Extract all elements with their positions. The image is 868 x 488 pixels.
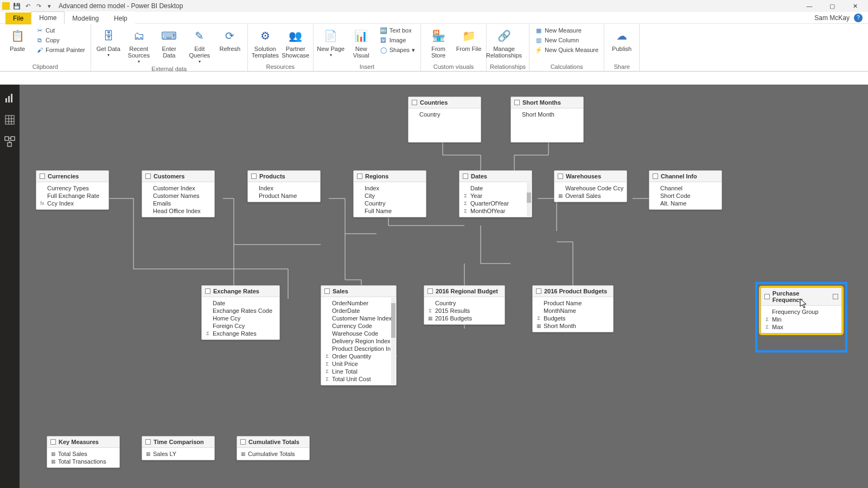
field-item[interactable]: ΣBudgets bbox=[533, 314, 613, 322]
qat-dropdown-icon[interactable]: ▾ bbox=[46, 2, 53, 10]
image-button[interactable]: 🖼Image bbox=[378, 36, 417, 44]
expand-icon[interactable] bbox=[833, 294, 838, 299]
field-item[interactable]: OrderNumber bbox=[321, 299, 396, 307]
table-cumulative-totals[interactable]: Cumulative Totals ▦Cumulative Totals bbox=[237, 436, 310, 460]
field-item[interactable]: OrderDate bbox=[321, 307, 396, 314]
partner-showcase-button[interactable]: 👥Partner Showcase bbox=[282, 25, 310, 59]
field-item[interactable]: Product Description In bbox=[321, 345, 396, 352]
report-view-icon[interactable] bbox=[4, 92, 16, 104]
copy-button[interactable]: ⧉Copy bbox=[34, 36, 87, 44]
help-icon[interactable]: ? bbox=[854, 14, 863, 22]
field-item[interactable]: Customer Index bbox=[142, 184, 214, 192]
new-page-button[interactable]: 📄New Page▾ bbox=[317, 25, 345, 58]
field-item[interactable]: Full Exchange Rate bbox=[36, 192, 108, 200]
new-measure-button[interactable]: ▦New Measure bbox=[533, 26, 601, 35]
text-box-button[interactable]: 🔤Text box bbox=[378, 26, 417, 35]
field-item[interactable]: Delivery Region Index bbox=[321, 337, 396, 345]
field-item[interactable]: Foreign Ccy bbox=[202, 322, 279, 330]
field-item[interactable]: Customer Names bbox=[142, 192, 214, 200]
field-item[interactable]: Home Ccy bbox=[202, 314, 279, 322]
table-customers[interactable]: Customers Customer IndexCustomer NamesEm… bbox=[142, 170, 215, 217]
field-item[interactable]: Index bbox=[248, 184, 320, 192]
field-item[interactable]: ▦Short Month bbox=[533, 322, 613, 330]
field-item[interactable]: ΣMin bbox=[761, 316, 841, 323]
cut-button[interactable]: ✂Cut bbox=[34, 26, 87, 35]
table-products[interactable]: Products IndexProduct Name bbox=[247, 170, 321, 202]
field-item[interactable]: Warehouse Code Ccy bbox=[554, 184, 627, 192]
field-item[interactable]: Short Code bbox=[649, 192, 722, 200]
field-item[interactable]: ΣYear bbox=[459, 192, 532, 200]
field-item[interactable]: Product Name bbox=[533, 299, 613, 307]
field-item[interactable]: ΣMax bbox=[761, 323, 841, 331]
field-item[interactable]: ▦Sales LY bbox=[142, 450, 214, 458]
field-item[interactable]: Date bbox=[202, 299, 279, 307]
field-item[interactable]: ▦Cumulative Totals bbox=[237, 450, 309, 458]
field-item[interactable]: ▦2016 Budgets bbox=[424, 314, 505, 322]
field-item[interactable]: ▦Total Sales bbox=[47, 450, 119, 458]
field-item[interactable]: ▦Total Transactions bbox=[47, 458, 119, 465]
publish-button[interactable]: ☁Publish bbox=[608, 25, 636, 52]
field-item[interactable]: Emails bbox=[142, 200, 214, 207]
save-icon[interactable]: 💾 bbox=[13, 2, 21, 10]
table-dates[interactable]: Dates DateΣYearΣQuarterOfYearΣMonthOfYea… bbox=[459, 170, 532, 217]
field-item[interactable]: Frequency Group bbox=[761, 308, 841, 316]
get-data-button[interactable]: 🗄Get Data▾ bbox=[94, 25, 123, 58]
table-warehouses[interactable]: Warehouses Warehouse Code Ccy▦Overall Sa… bbox=[554, 170, 627, 202]
manage-relationships-button[interactable]: 🔗Manage Relationships bbox=[490, 25, 518, 59]
field-item[interactable]: City bbox=[354, 192, 426, 200]
user-name[interactable]: Sam McKay bbox=[814, 14, 850, 22]
table-purchase-frequency[interactable]: Purchase Frequency Frequency GroupΣMinΣM… bbox=[761, 287, 842, 333]
from-file-button[interactable]: 📁From File bbox=[455, 25, 483, 52]
field-item[interactable]: Alt. Name bbox=[649, 200, 722, 207]
field-item[interactable]: Channel bbox=[649, 184, 722, 192]
table-key-measures[interactable]: Key Measures ▦Total Sales▦Total Transact… bbox=[47, 436, 120, 468]
table-sales[interactable]: Sales OrderNumberOrderDateCustomer Name … bbox=[321, 285, 397, 386]
close-button[interactable]: ✕ bbox=[844, 1, 866, 11]
file-tab[interactable]: File bbox=[5, 12, 31, 24]
help-tab[interactable]: Help bbox=[106, 12, 135, 24]
field-item[interactable]: ΣTotal Unit Cost bbox=[321, 375, 396, 383]
field-item[interactable]: Full Name bbox=[354, 207, 426, 215]
field-item[interactable]: Country bbox=[354, 200, 426, 207]
format-painter-button[interactable]: 🖌Format Painter bbox=[34, 46, 87, 54]
new-quick-measure-button[interactable]: ⚡New Quick Measure bbox=[533, 46, 601, 54]
field-item[interactable]: ▦Overall Sales bbox=[554, 192, 627, 200]
table-time-comparison[interactable]: Time Comparison ▦Sales LY bbox=[142, 436, 215, 460]
maximize-button[interactable]: ▢ bbox=[821, 1, 843, 11]
model-view-icon[interactable] bbox=[4, 136, 16, 147]
data-view-icon[interactable] bbox=[4, 114, 16, 126]
table-currencies[interactable]: Currencies Currency TypesFull Exchange R… bbox=[36, 170, 109, 210]
field-item[interactable]: Exchange Rates Code bbox=[202, 307, 279, 314]
field-item[interactable]: ΣLine Total bbox=[321, 368, 396, 375]
table-product-budgets[interactable]: 2016 Product Budgets Product NameMonthNa… bbox=[532, 285, 614, 332]
field-item[interactable]: ΣMonthOfYear bbox=[459, 207, 532, 215]
field-item[interactable]: Date bbox=[459, 184, 532, 192]
field-item[interactable]: Warehouse Code bbox=[321, 330, 396, 337]
redo-icon[interactable]: ↷ bbox=[35, 2, 42, 10]
undo-icon[interactable]: ↶ bbox=[24, 2, 31, 10]
refresh-button[interactable]: ⟳Refresh bbox=[216, 25, 244, 52]
new-visual-button[interactable]: 📊New Visual bbox=[347, 25, 375, 59]
field-item[interactable]: Customer Name Index bbox=[321, 314, 396, 322]
field-item[interactable]: ΣUnit Price bbox=[321, 360, 396, 368]
enter-data-button[interactable]: ⌨Enter Data bbox=[155, 25, 183, 59]
field-item[interactable]: Σ2015 Results bbox=[424, 307, 505, 314]
field-item[interactable]: Index bbox=[354, 184, 426, 192]
table-exchange-rates[interactable]: Exchange Rates DateExchange Rates CodeHo… bbox=[201, 285, 280, 340]
new-column-button[interactable]: ▥New Column bbox=[533, 36, 601, 44]
table-channel-info[interactable]: Channel Info ChannelShort CodeAlt. Name bbox=[649, 170, 722, 210]
field-item[interactable]: Short Month bbox=[511, 111, 583, 118]
solution-templates-button[interactable]: ⚙Solution Templates bbox=[251, 25, 279, 59]
field-item[interactable]: MonthName bbox=[533, 307, 613, 314]
field-item[interactable]: Currency Types bbox=[36, 184, 108, 192]
home-tab[interactable]: Home bbox=[31, 11, 65, 24]
table-regions[interactable]: Regions IndexCityCountryFull Name bbox=[353, 170, 426, 217]
modeling-tab[interactable]: Modeling bbox=[65, 12, 106, 24]
shapes-button[interactable]: ◯Shapes ▾ bbox=[378, 46, 417, 54]
field-item[interactable]: ΣOrder Quantity bbox=[321, 352, 396, 360]
recent-sources-button[interactable]: 🗂Recent Sources▾ bbox=[125, 25, 153, 65]
field-item[interactable]: ΣQuarterOfYear bbox=[459, 200, 532, 207]
field-item[interactable]: Country bbox=[409, 111, 481, 118]
field-item[interactable]: ΣExchange Rates bbox=[202, 330, 279, 337]
model-canvas[interactable]: 1 1 Countries Country Short Months Short… bbox=[20, 85, 868, 488]
